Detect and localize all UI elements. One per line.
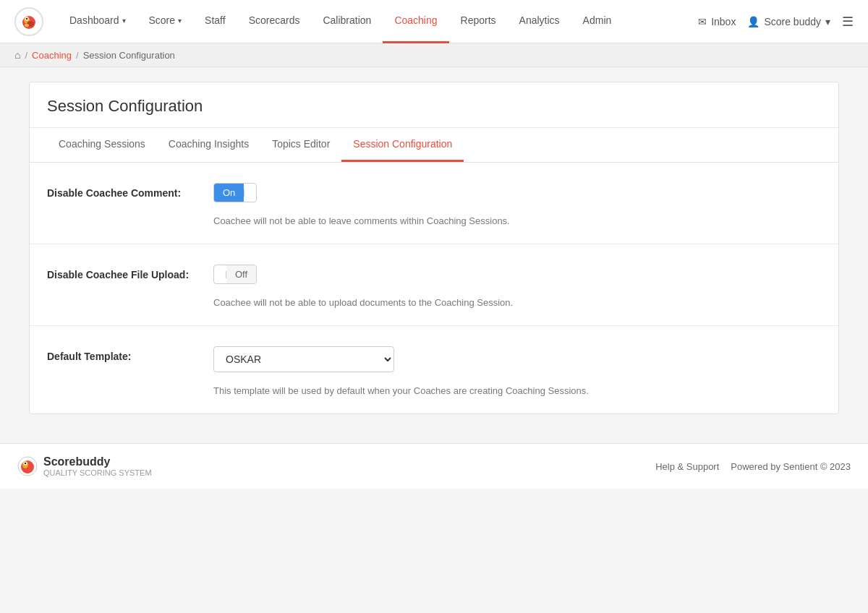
label-disable-file-upload: Disable Coachee File Upload: <box>47 265 192 280</box>
breadcrumb-coaching[interactable]: Coaching <box>32 50 72 61</box>
control-coachee-comment: On Coachee will not be able to leave com… <box>213 183 510 226</box>
tab-topics-editor[interactable]: Topics Editor <box>260 128 341 162</box>
footer-sub-text: QUALITY SCORING SYSTEM <box>43 468 152 477</box>
breadcrumb-separator-1: / <box>25 50 27 61</box>
nav-coaching[interactable]: Coaching <box>383 0 448 43</box>
control-default-template: OSKAR GROW CLEAR FUEL AID This template … <box>213 346 589 396</box>
inbox-label: Inbox <box>711 16 736 27</box>
footer-logo-icon <box>17 456 38 476</box>
settings-row-comment: Disable Coachee Comment: On Coachee will… <box>47 183 821 226</box>
nav-dashboard[interactable]: Dashboard ▾ <box>58 0 137 43</box>
nav-score[interactable]: Score ▾ <box>137 0 194 43</box>
tab-coaching-insights[interactable]: Coaching Insights <box>157 128 260 162</box>
footer-brand-text: Scorebuddy <box>43 455 152 468</box>
control-file-upload: Off Coachee will not be able to upload d… <box>213 265 513 308</box>
nav-links: Dashboard ▾ Score ▾ Staff Scorecards Cal… <box>58 0 698 43</box>
help-text-template: This template will be used by default wh… <box>213 385 589 396</box>
section-default-template: Default Template: OSKAR GROW CLEAR FUEL … <box>30 326 838 413</box>
footer-powered-by: Powered by Sentient © 2023 <box>731 461 851 472</box>
default-template-select[interactable]: OSKAR GROW CLEAR FUEL AID <box>213 346 394 372</box>
svg-point-6 <box>25 24 29 27</box>
svg-point-4 <box>26 17 27 19</box>
footer-brand-group: Scorebuddy QUALITY SCORING SYSTEM <box>43 455 152 477</box>
brand-logo[interactable] <box>14 7 43 36</box>
tabs-bar: Coaching Sessions Coaching Insights Topi… <box>30 128 838 163</box>
settings-row-file-upload: Disable Coachee File Upload: Off Coachee… <box>47 265 821 308</box>
nav-admin[interactable]: Admin <box>571 0 624 43</box>
toggle-off-label-file: Off <box>226 265 256 283</box>
navbar-right: ✉ Inbox 👤 Score buddy ▾ ☰ <box>698 14 854 30</box>
svg-point-11 <box>25 463 26 464</box>
section-disable-coachee-comment: Disable Coachee Comment: On Coachee will… <box>30 163 838 244</box>
breadcrumb-separator-2: / <box>76 50 79 61</box>
toggle-wrapper-comment: On <box>213 183 510 202</box>
footer-logo: Scorebuddy QUALITY SCORING SYSTEM <box>17 455 152 477</box>
help-text-comment: Coachee will not be able to leave commen… <box>213 215 510 226</box>
section-disable-coachee-file-upload: Disable Coachee File Upload: Off Coachee… <box>30 244 838 326</box>
help-text-file-upload: Coachee will not be able to upload docum… <box>213 297 513 308</box>
tab-coaching-sessions[interactable]: Coaching Sessions <box>47 128 157 162</box>
parrot-svg <box>20 12 38 31</box>
label-disable-coachee-comment: Disable Coachee Comment: <box>47 183 192 199</box>
nav-calibration[interactable]: Calibration <box>311 0 383 43</box>
home-icon[interactable]: ⌂ <box>14 49 20 61</box>
nav-analytics[interactable]: Analytics <box>508 0 571 43</box>
page-header: Session Configuration <box>30 82 838 128</box>
toggle-wrapper-file: Off <box>213 265 513 284</box>
breadcrumb-current: Session Configuration <box>83 50 175 61</box>
user-label: Score buddy <box>764 16 821 27</box>
hamburger-menu[interactable]: ☰ <box>842 14 854 30</box>
toggle-on-indicator-file <box>214 271 226 278</box>
toggle-coachee-comment[interactable]: On <box>213 183 257 202</box>
footer-parrot-svg <box>17 456 38 476</box>
logo-icon <box>14 7 43 36</box>
navbar: Dashboard ▾ Score ▾ Staff Scorecards Cal… <box>0 0 868 43</box>
footer-right: Help & Support Powered by Sentient © 202… <box>655 461 851 472</box>
tab-session-configuration[interactable]: Session Configuration <box>341 128 464 162</box>
nav-staff[interactable]: Staff <box>193 0 237 43</box>
dropdown-arrow: ▾ <box>178 17 182 25</box>
toggle-off-indicator <box>244 189 256 197</box>
user-icon: 👤 <box>747 16 760 27</box>
settings-row-template: Default Template: OSKAR GROW CLEAR FUEL … <box>47 346 821 396</box>
page-title: Session Configuration <box>47 97 821 116</box>
nav-reports[interactable]: Reports <box>449 0 508 43</box>
user-dropdown-arrow: ▾ <box>825 16 830 27</box>
nav-scorecards[interactable]: Scorecards <box>237 0 312 43</box>
user-menu[interactable]: 👤 Score buddy ▾ <box>747 16 830 27</box>
toggle-coachee-file-upload[interactable]: Off <box>213 265 257 284</box>
label-default-template: Default Template: <box>47 346 192 362</box>
footer: Scorebuddy QUALITY SCORING SYSTEM Help &… <box>0 443 868 489</box>
dropdown-arrow: ▾ <box>122 17 126 25</box>
footer-help-link[interactable]: Help & Support <box>655 461 719 472</box>
toggle-on-label: On <box>214 184 244 202</box>
inbox-icon: ✉ <box>698 16 707 27</box>
page-card: Session Configuration Coaching Sessions … <box>29 82 839 414</box>
breadcrumb: ⌂ / Coaching / Session Configuration <box>0 43 868 67</box>
inbox-link[interactable]: ✉ Inbox <box>698 16 736 27</box>
main-content: Session Configuration Coaching Sessions … <box>14 67 854 429</box>
